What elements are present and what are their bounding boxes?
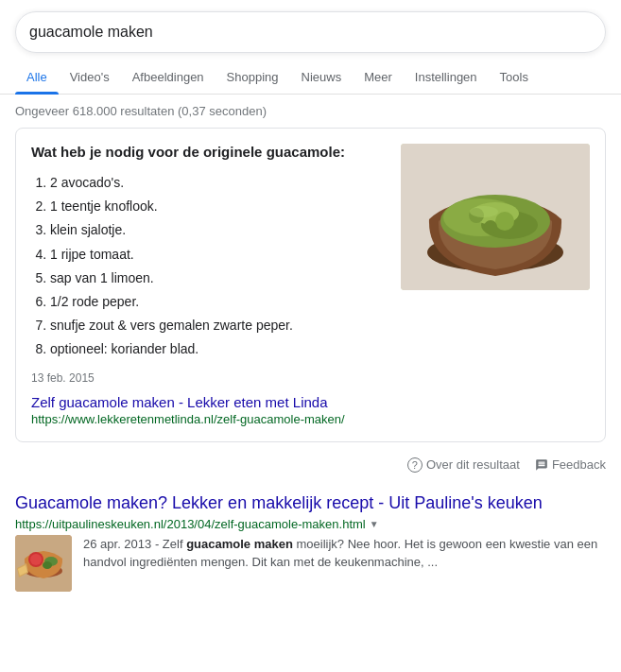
svg-point-10	[470, 206, 498, 217]
guacamole-image	[401, 144, 590, 290]
list-item: 1 rijpe tomaat.	[50, 243, 386, 267]
feedback-row: ? Over dit resultaat Feedback	[0, 452, 621, 482]
list-item: snufje zout & vers gemalen zwarte peper.	[50, 314, 386, 337]
svg-point-9	[484, 220, 497, 233]
tab-afbeeldingen[interactable]: Afbeeldingen	[121, 60, 216, 94]
result-thumbnail	[15, 535, 72, 592]
tab-meer[interactable]: Meer	[353, 60, 404, 94]
result-date: 26 apr. 2013	[83, 537, 151, 551]
list-item: 2 avocado's.	[50, 171, 386, 195]
snippet-link-title[interactable]: Zelf guacamole maken - Lekker eten met L…	[31, 394, 386, 410]
result-snippet-before: - Zelf	[155, 537, 186, 551]
search-input[interactable]	[29, 24, 582, 41]
list-item: 1 teentje knoflook.	[50, 195, 386, 218]
tabs-container: Alle Video's Afbeeldingen Shopping Nieuw…	[0, 60, 621, 95]
snippet-content: Wat heb je nodig voor de originele guaca…	[31, 144, 386, 426]
svg-point-8	[495, 212, 514, 231]
tab-tools[interactable]: Tools	[489, 60, 540, 94]
search-bar	[15, 11, 606, 53]
svg-point-16	[43, 561, 52, 569]
tab-alle[interactable]: Alle	[15, 60, 59, 94]
svg-point-14	[30, 554, 42, 565]
tab-videos[interactable]: Video's	[59, 60, 121, 94]
result-snippet-row: 26 apr. 2013 - Zelf guacamole maken moei…	[15, 535, 606, 592]
snippet-date: 13 feb. 2015	[31, 371, 386, 385]
snippet-url: https://www.lekkeretenmetlinda.nl/zelf-g…	[31, 412, 386, 426]
feedback-button[interactable]: Feedback	[535, 457, 606, 472]
result-snippet-bold: guacamole maken	[186, 537, 293, 551]
list-item: sap van 1 limoen.	[50, 267, 386, 290]
dropdown-arrow-icon[interactable]: ▼	[370, 519, 379, 529]
tab-nieuws[interactable]: Nieuws	[290, 60, 354, 94]
feedback-icon	[535, 458, 548, 472]
results-count: Ongeveer 618.000 resultaten (0,37 second…	[0, 95, 621, 128]
tab-instellingen[interactable]: Instellingen	[404, 60, 489, 94]
second-result-title[interactable]: Guacamole maken? Lekker en makkelijk rec…	[15, 493, 543, 512]
over-dit-resultaat-label: Over dit resultaat	[426, 457, 520, 472]
snippet-list: 2 avocado's. 1 teentje knoflook. klein s…	[31, 171, 386, 362]
question-icon: ?	[407, 457, 423, 473]
search-bar-container	[0, 0, 621, 53]
snippet-card: Wat heb je nodig voor de originele guaca…	[15, 128, 606, 442]
tab-shopping[interactable]: Shopping	[216, 60, 290, 94]
snippet-title: Wat heb je nodig voor de originele guaca…	[31, 144, 386, 160]
list-item: klein sjalotje.	[50, 218, 386, 242]
feedback-label: Feedback	[552, 457, 606, 472]
search-icons	[582, 25, 592, 40]
result-text: 26 apr. 2013 - Zelf guacamole maken moei…	[83, 535, 606, 592]
second-result-url: https://uitpaulineskeuken.nl/2013/04/zel…	[15, 517, 366, 531]
over-dit-resultaat-button[interactable]: ? Over dit resultaat	[407, 457, 520, 473]
list-item: optioneel: koriander blad.	[50, 337, 386, 361]
result-url-row: https://uitpaulineskeuken.nl/2013/04/zel…	[15, 517, 606, 531]
second-result: Guacamole maken? Lekker en makkelijk rec…	[0, 482, 621, 601]
list-item: 1/2 rode peper.	[50, 290, 386, 314]
